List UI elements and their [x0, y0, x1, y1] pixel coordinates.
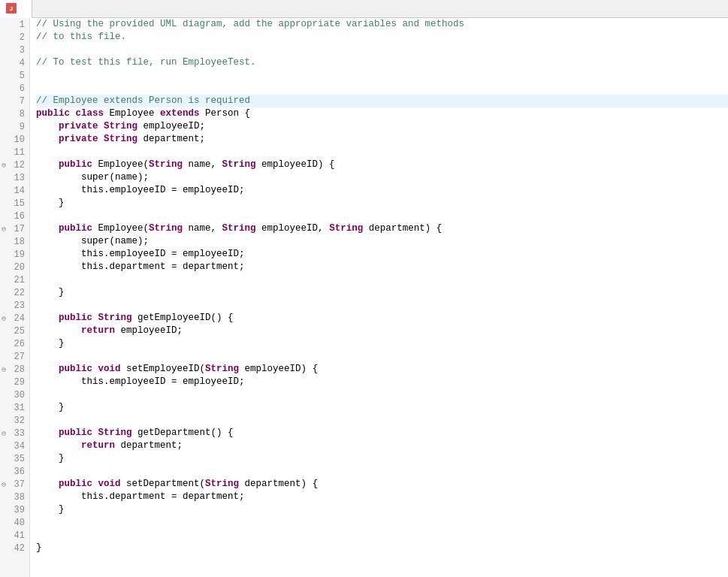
code-token: [36, 120, 59, 133]
code-line: }: [36, 542, 728, 554]
code-token: employeeID,: [256, 222, 330, 235]
line-number: 23: [0, 299, 29, 312]
code-token: setEmployeeID(: [121, 363, 206, 376]
code-token: [36, 312, 59, 325]
code-line: // to this file.: [36, 31, 728, 44]
code-token: [92, 312, 98, 325]
line-number: 30: [0, 388, 29, 401]
line-number-text: 18: [14, 237, 25, 247]
code-token: String: [329, 222, 363, 235]
code-token: setDepartment(: [121, 478, 206, 491]
code-token: public: [59, 427, 92, 440]
code-token: String: [98, 312, 132, 325]
line-number-text: 39: [14, 505, 25, 515]
line-number-text: 14: [14, 186, 25, 196]
line-number: ⊖17: [0, 222, 29, 235]
fold-icon[interactable]: ⊖: [2, 365, 6, 374]
line-number: 10: [0, 133, 29, 146]
code-token: super(name);: [36, 171, 149, 184]
fold-icon[interactable]: ⊖: [2, 225, 6, 234]
line-number: 13: [0, 171, 29, 184]
fold-icon[interactable]: ⊖: [2, 480, 6, 489]
code-token: String: [149, 159, 183, 171]
line-number: 34: [0, 440, 29, 452]
line-number-text: 31: [14, 403, 25, 413]
code-token: // Using the provided UML diagram, add t…: [36, 18, 464, 31]
fold-icon[interactable]: ⊖: [2, 429, 6, 438]
code-line: [36, 529, 728, 542]
line-number: 25: [0, 325, 29, 337]
code-token: [36, 133, 59, 146]
line-number: 36: [0, 465, 29, 478]
code-line: [36, 299, 728, 312]
code-line: [36, 414, 728, 427]
line-number-text: 35: [14, 454, 25, 464]
code-line: [36, 465, 728, 478]
code-token: this.employeeID = employeeID;: [36, 248, 245, 261]
code-line: public class Employee extends Person {: [36, 107, 728, 120]
line-number-text: 20: [14, 262, 25, 273]
code-line: [36, 273, 728, 286]
line-number: 4: [0, 56, 29, 69]
code-token: employeeID;: [137, 120, 205, 133]
line-number: 11: [0, 146, 29, 159]
code-token: [92, 427, 98, 440]
code-token: employeeID) {: [256, 159, 335, 171]
code-token: [36, 440, 81, 452]
code-line: public Employee(String name, String empl…: [36, 222, 728, 235]
line-number-text: 24: [14, 313, 25, 324]
code-token: this.employeeID = employeeID;: [36, 376, 245, 388]
line-number-text: 40: [14, 518, 25, 528]
line-number: ⊖37: [0, 478, 29, 491]
fold-icon[interactable]: ⊖: [2, 314, 6, 323]
code-token: }: [36, 401, 65, 414]
code-token: employeeID) {: [239, 363, 318, 376]
line-number-text: 15: [14, 198, 25, 209]
code-token: [98, 133, 104, 146]
code-editor[interactable]: // Using the provided UML diagram, add t…: [30, 18, 728, 577]
code-token: [36, 222, 59, 235]
code-line: }: [36, 452, 728, 465]
editor-tab[interactable]: J: [0, 0, 32, 18]
code-token: department;: [115, 440, 183, 452]
line-number-text: 22: [14, 288, 25, 298]
fold-icon[interactable]: ⊖: [2, 161, 6, 170]
line-number-text: 1: [20, 20, 25, 30]
code-token: [98, 120, 104, 133]
line-number: 5: [0, 69, 29, 82]
line-number: 40: [0, 516, 29, 529]
code-token: public: [59, 222, 92, 235]
line-number: 14: [0, 184, 29, 197]
line-number-text: 17: [14, 224, 25, 234]
code-token: [36, 325, 81, 337]
line-number-text: 27: [14, 352, 25, 362]
line-number: 39: [0, 503, 29, 516]
line-number: 7: [0, 95, 29, 107]
code-line: return department;: [36, 440, 728, 452]
code-line: return employeeID;: [36, 325, 728, 337]
line-number-text: 10: [14, 134, 25, 145]
line-number: ⊖28: [0, 363, 29, 376]
code-token: Employee(: [92, 222, 149, 235]
code-line: }: [36, 401, 728, 414]
code-line: public void setDepartment(String departm…: [36, 478, 728, 491]
line-number-text: 26: [14, 339, 25, 349]
code-token: return: [81, 440, 115, 452]
code-token: department) {: [239, 478, 318, 491]
code-line: this.department = department;: [36, 261, 728, 273]
code-token: public: [36, 107, 70, 120]
line-number: 3: [0, 44, 29, 56]
line-number-text: 30: [14, 390, 25, 400]
code-line: [36, 388, 728, 401]
line-number-text: 36: [14, 467, 25, 477]
line-number-text: 8: [20, 109, 25, 119]
code-line: this.department = department;: [36, 491, 728, 503]
code-line: [36, 82, 728, 95]
line-number: ⊖24: [0, 312, 29, 325]
code-token: [36, 478, 59, 491]
tab-bar: J: [0, 0, 728, 18]
code-line: // Employee extends Person is required: [36, 95, 728, 107]
code-token: this.department = department;: [36, 261, 245, 273]
code-token: }: [36, 452, 65, 465]
line-number: 2: [0, 31, 29, 44]
